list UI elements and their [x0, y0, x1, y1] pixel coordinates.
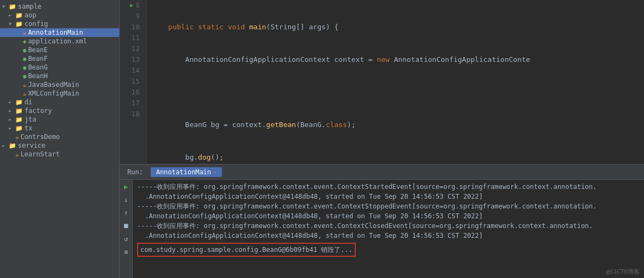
spring-icon: ◉: [23, 64, 27, 71]
main-area: ▼ 📁 sample ► 📁 aop ▼ 📁 config ☕ Annotati…: [0, 0, 644, 278]
console-line-3: -----收到应用事件: org.springframework.context…: [137, 201, 640, 211]
line-number-11: 11: [124, 33, 142, 43]
arrow-appxml: [16, 39, 23, 44]
tree-item-jta[interactable]: ► 📁 jta: [0, 115, 119, 124]
tree-item-javabasedmain[interactable]: ☕ JavaBasedMain: [0, 80, 119, 89]
tree-label: factory: [24, 107, 52, 115]
tab-label: AnnotationMain: [156, 168, 211, 176]
console-area: ▶ ↓ ↑ ⏹ ↺ ≡ -----收到应用事件: org.springframe…: [120, 180, 644, 278]
line-number-12: 12: [124, 43, 142, 54]
code-content: public static void main(String[] args) {…: [147, 0, 644, 164]
bottom-panel: Run: AnnotationMain ✕ ▶ ↓ ↑ ⏹ ↺ ≡: [120, 164, 644, 278]
tree-label: BeanH: [28, 72, 48, 80]
line-number-8: ▶ 8: [124, 0, 142, 11]
tree-label: di: [24, 98, 32, 106]
tree-item-tx[interactable]: ► 📁 tx: [0, 124, 119, 132]
arrow-factory: ►: [9, 108, 15, 113]
line-number-9: 9: [124, 11, 142, 22]
console-highlighted-line: com.study.spring.sample.config.BeanG@6b0…: [137, 243, 356, 257]
arrow-javabasedmain: [16, 82, 23, 87]
java-icon: ☕: [23, 81, 27, 89]
tree-item-learnstart[interactable]: ☕ LearnStart: [0, 150, 119, 159]
code-line-10: [151, 87, 644, 98]
arrow-annotationmain: [16, 30, 23, 35]
arrow-service: ►: [2, 143, 9, 148]
folder-icon: 📁: [15, 116, 23, 123]
tree-item-aop[interactable]: ► 📁 aop: [0, 11, 119, 20]
folder-icon: 📁: [15, 21, 23, 28]
folder-icon: 📁: [15, 108, 23, 115]
tree-item-config[interactable]: ▼ 📁 config: [0, 20, 119, 28]
tree-label: ContrsDemo: [21, 133, 60, 141]
tab-close-button[interactable]: ✕: [213, 169, 216, 175]
folder-icon: 📁: [15, 125, 23, 132]
tree-label: aop: [24, 11, 36, 19]
code-line-9: AnnotationConfigApplicationContext conte…: [151, 54, 644, 65]
spring-icon: ◉: [23, 47, 27, 54]
java-icon: ☕: [15, 151, 19, 158]
tree-label: XMLConfigMain: [28, 90, 79, 97]
code-editor: ▶ 8 9 10 11 12 13 14 15 16 17 18 public …: [120, 0, 644, 164]
arrow-xmlconfigmain: [16, 91, 23, 96]
line-number-14: 14: [124, 65, 142, 76]
tree-label: jta: [24, 116, 36, 123]
java-icon: ☕: [23, 29, 27, 36]
line-numbers: ▶ 8 9 10 11 12 13 14 15 16 17 18: [120, 0, 147, 164]
tree-item-sample[interactable]: ▼ 📁 sample: [0, 2, 119, 11]
watermark: @51CTO博客: [606, 268, 640, 276]
java-icon: ☕: [23, 90, 27, 97]
tree-label: tx: [24, 124, 32, 132]
tree-item-applicationxml[interactable]: ◈ application.xml: [0, 37, 119, 46]
scroll-up-button[interactable]: ↑: [121, 208, 131, 218]
stop-button[interactable]: ⏹: [121, 221, 131, 231]
tree-item-service[interactable]: ► 📁 service: [0, 141, 119, 150]
arrow-beang: [16, 65, 23, 70]
folder-icon: 📁: [15, 12, 23, 19]
arrow-config: ▼: [9, 21, 15, 27]
rerun-button[interactable]: ↺: [121, 234, 131, 244]
console-line-2: .AnnotationConfigApplicationContext@4148…: [137, 192, 640, 201]
folder-icon: 📁: [9, 3, 16, 10]
tree-label: config: [24, 20, 48, 28]
arrow-jta: ►: [9, 117, 15, 122]
arrow-tx: ►: [9, 125, 15, 131]
tab-run-label: Run:: [122, 167, 148, 177]
file-tree: ▼ 📁 sample ► 📁 aop ▼ 📁 config ☕ Annotati…: [0, 0, 120, 278]
tree-label: application.xml: [28, 37, 87, 45]
xml-icon: ◈: [23, 38, 27, 45]
line-number-17: 17: [124, 98, 142, 109]
tree-item-factory[interactable]: ► 📁 factory: [0, 106, 119, 115]
tree-label: service: [18, 142, 46, 149]
tree-label: AnnotationMain: [28, 29, 83, 36]
code-line-12: bg.dog();: [151, 152, 644, 163]
code-line-8: public static void main(String[] args) {: [151, 22, 644, 33]
menu-button[interactable]: ≡: [121, 247, 131, 257]
tree-item-beanh[interactable]: ◉ BeanH: [0, 72, 119, 80]
java-icon: ☕: [15, 134, 19, 141]
line-number-18: 18: [124, 109, 142, 119]
console-line-4: .AnnotationConfigApplicationContext@4148…: [137, 211, 640, 221]
line-number-15: 15: [124, 76, 142, 87]
spring-icon: ◉: [23, 73, 27, 80]
console-output: -----收到应用事件: org.springframework.context…: [133, 180, 644, 278]
tree-item-annotationmain[interactable]: ☕ AnnotationMain: [0, 28, 119, 37]
tree-item-di[interactable]: ► 📁 di: [0, 98, 119, 106]
tree-item-xmlconfigmain[interactable]: ☕ XMLConfigMain: [0, 89, 119, 98]
arrow-di: ►: [9, 99, 15, 105]
tree-label: BeanF: [28, 55, 48, 62]
tab-annotationmain[interactable]: AnnotationMain ✕: [151, 167, 222, 177]
tree-label: BeanG: [28, 64, 48, 71]
scroll-down-button[interactable]: ↓: [121, 195, 131, 205]
line-number-13: 13: [124, 54, 142, 65]
tree-label: sample: [18, 3, 41, 10]
tree-item-beang[interactable]: ◉ BeanG: [0, 63, 119, 72]
folder-icon: 📁: [9, 142, 16, 149]
line-number-10: 10: [124, 22, 142, 33]
run-button[interactable]: ▶: [121, 182, 131, 192]
arrow-beane: [16, 47, 23, 53]
tree-item-beane[interactable]: ◉ BeanE: [0, 46, 119, 54]
tree-item-beanf[interactable]: ◉ BeanF: [0, 54, 119, 63]
console-line-1: -----收到应用事件: org.springframework.context…: [137, 182, 640, 192]
console-toolbar: ▶ ↓ ↑ ⏹ ↺ ≡: [120, 180, 133, 278]
tree-item-contrsdemo[interactable]: ☕ ContrsDemo: [0, 132, 119, 141]
